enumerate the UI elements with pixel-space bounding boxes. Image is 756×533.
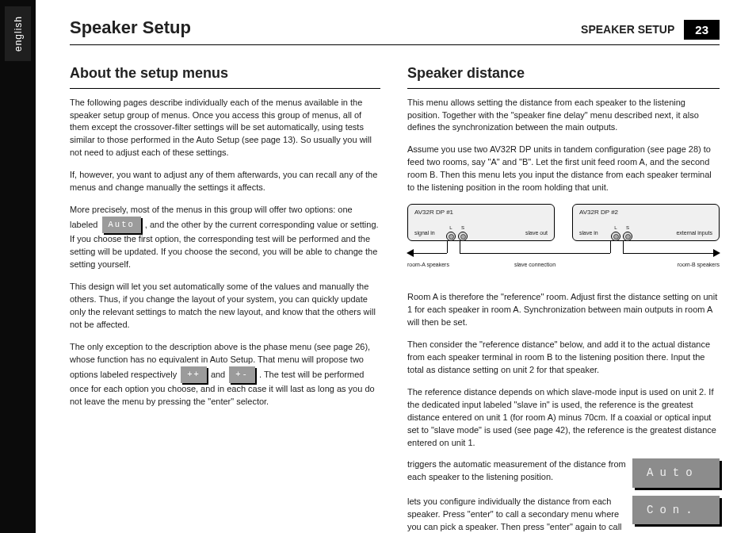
diagram-label-slave: slave connection [514, 261, 556, 269]
slave-wire [460, 253, 610, 254]
about-p2: If, however, you want to adjust any of t… [70, 169, 380, 194]
section-title-about: About the setup menus [70, 63, 380, 89]
left-column: About the setup menus The following page… [70, 63, 380, 534]
page-content: Speaker Setup SPEAKER SETUP 23 About the… [70, 17, 720, 533]
option-con-row: lets you configure individually the dist… [407, 496, 720, 533]
diagram-label-roomb: room-B speakers [678, 261, 720, 269]
arrow-right-icon [713, 249, 720, 257]
dist-p1: This menu allows setting the distance fr… [407, 97, 720, 135]
con-option-chip: Con. [632, 496, 720, 524]
phase-chip-pm: +- [229, 366, 255, 383]
right-column: Speaker distance This menu allows settin… [407, 63, 720, 534]
section-title-distance: Speaker distance [407, 63, 720, 89]
about-p1: The following pages describe individuall… [70, 97, 380, 160]
about-p4: This design will let you set automatical… [70, 281, 380, 332]
diagram-unit-1: AV32R DP #1 signal in slave out L S [407, 204, 555, 241]
about-p3: More precisely, most of the menus in thi… [70, 204, 380, 271]
wire [623, 253, 714, 254]
language-label: english [5, 6, 32, 61]
diagram-label-rooma: room-A speakers [407, 261, 449, 269]
dist-p4: Then consider the "reference distance" b… [407, 339, 720, 377]
tandem-diagram: AV32R DP #1 signal in slave out L S AV32… [407, 204, 720, 283]
auto-option-chip: Auto [632, 458, 720, 487]
wire [413, 253, 447, 254]
language-tab: english [5, 6, 31, 61]
page-title: Speaker Setup [70, 17, 191, 38]
dist-p3: Room A is therefore the "reference" room… [407, 291, 720, 329]
page-number-chip: 23 [684, 20, 720, 40]
page-header: Speaker Setup SPEAKER SETUP 23 [70, 17, 720, 45]
page-edge-bar [0, 0, 36, 533]
option-auto-row: triggers the automatic measurement of th… [407, 458, 720, 487]
phase-chip-pp: ++ [181, 366, 207, 383]
option-auto-text: triggers the automatic measurement of th… [407, 458, 626, 484]
breadcrumb: SPEAKER SETUP [581, 23, 674, 36]
terminal-icon: L [611, 232, 620, 241]
terminal-icon: L [446, 232, 456, 241]
dist-p2: Assume you use two AV32R DP units in tan… [407, 144, 720, 194]
dist-p5: The reference distance depends on which … [407, 386, 720, 450]
auto-chip-inline: Auto [102, 217, 141, 233]
diagram-unit-2: AV32R DP #2 slave in external inputs L S [572, 204, 720, 241]
about-p5: The only exception to the description ab… [70, 341, 380, 408]
terminal-icon: S [458, 232, 468, 241]
terminal-icon: S [623, 232, 632, 241]
option-con-text: lets you configure individually the dist… [407, 496, 626, 533]
